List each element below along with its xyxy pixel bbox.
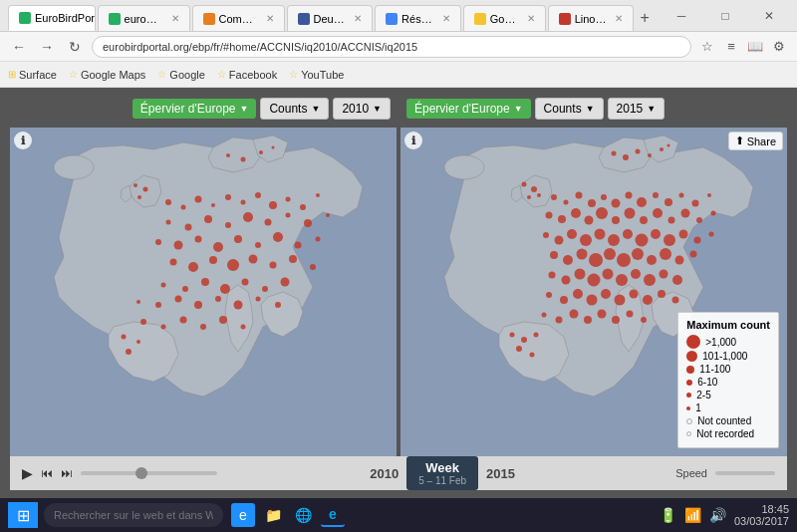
new-tab-button[interactable]: +	[636, 5, 654, 31]
legend-label-not-counted: Not counted	[697, 415, 751, 426]
svg-point-53	[281, 278, 290, 287]
svg-point-122	[651, 229, 661, 239]
bookmark-surface[interactable]: ⊞ Surface	[8, 69, 57, 81]
taskbar-wifi-icon: 📶	[684, 507, 701, 523]
play-button[interactable]: ▶	[22, 465, 33, 481]
svg-point-142	[603, 269, 614, 280]
timeline-handle[interactable]	[135, 467, 147, 479]
svg-point-92	[601, 194, 607, 200]
svg-point-49	[201, 278, 209, 286]
svg-point-93	[612, 199, 621, 208]
bookmark-icon-surface: ⊞	[8, 69, 16, 80]
reading-view-icon[interactable]: 📖	[745, 37, 765, 57]
left-species-dropdown[interactable]: Épervier d'Europe	[133, 99, 257, 119]
maximize-button[interactable]: □	[705, 3, 745, 29]
svg-point-96	[653, 192, 659, 198]
svg-point-175	[612, 151, 617, 156]
svg-point-106	[612, 216, 620, 224]
tab-close-6[interactable]: ✕	[527, 13, 535, 24]
legend-dot-11-100	[686, 366, 694, 374]
svg-point-22	[185, 224, 192, 231]
refresh-button[interactable]: ↻	[64, 36, 86, 58]
bookmark-google[interactable]: ☆ Google	[157, 69, 204, 81]
svg-point-104	[585, 216, 594, 225]
svg-point-156	[658, 290, 665, 298]
legend-item-not-recorded: Not recorded	[686, 428, 770, 439]
svg-point-170	[510, 333, 515, 338]
bookmark-youtube[interactable]: ☆ YouTube	[289, 69, 344, 81]
right-year-dropdown[interactable]: 2015	[608, 98, 665, 120]
tab-close-5[interactable]: ✕	[442, 13, 450, 24]
share-button[interactable]: ⬆ Share	[728, 132, 783, 150]
left-year-dropdown[interactable]: 2010	[333, 98, 391, 120]
bottom-controls: ▶ ⏮ ⏭ 2010 Week 5 – 11 Feb 2015 Speed	[10, 456, 787, 490]
svg-point-50	[220, 284, 230, 294]
speed-slider[interactable]	[715, 471, 775, 475]
bookmark-googlemaps[interactable]: ☆ Google Maps	[69, 69, 145, 81]
svg-point-123	[664, 234, 675, 246]
tab-close-2[interactable]: ✕	[171, 13, 179, 24]
svg-point-108	[640, 216, 648, 224]
svg-point-115	[555, 236, 564, 245]
svg-point-128	[563, 255, 573, 265]
bookmark-star-icon[interactable]: ☆	[697, 37, 717, 57]
bookmark-facebook[interactable]: ☆ Facebook	[217, 69, 277, 81]
taskbar-edge-icon[interactable]: e	[231, 503, 255, 527]
tab-favicon	[19, 12, 31, 24]
left-control-group: Épervier d'Europe Counts 2010	[133, 98, 391, 120]
right-metric-dropdown[interactable]: Counts	[535, 98, 604, 120]
bookmark-label-google: Google	[169, 69, 204, 81]
minimize-button[interactable]: ─	[662, 3, 701, 29]
back-button[interactable]: ←	[8, 36, 30, 58]
forward-button[interactable]: →	[36, 36, 58, 58]
right-info-button[interactable]: ℹ	[404, 132, 422, 149]
tab-close-3[interactable]: ✕	[266, 13, 274, 24]
svg-point-124	[679, 230, 688, 239]
taskbar-clock[interactable]: 18:45 03/03/2017	[734, 503, 789, 527]
svg-point-43	[249, 255, 258, 264]
right-species-dropdown[interactable]: Épervier d'Europe	[406, 99, 531, 119]
edge-icon: e	[239, 507, 247, 523]
tab-2[interactable]: eurobird portal - Recl ✕	[98, 5, 190, 31]
taskbar-edge-active-icon[interactable]: e	[321, 503, 345, 527]
tab-7[interactable]: Linotte mélodieuse - ✕	[548, 5, 635, 31]
svg-point-114	[543, 232, 549, 238]
tab-5[interactable]: Résultats Google Rec ✕	[375, 5, 461, 31]
svg-point-66	[219, 316, 227, 324]
tab-label-7: Linotte mélodieuse -	[575, 13, 608, 25]
svg-point-61	[275, 302, 281, 308]
svg-point-160	[570, 310, 579, 319]
legend-label-6-10: 6-10	[697, 377, 717, 388]
tab-favicon-5	[386, 13, 398, 25]
step-back-button[interactable]: ⏮	[41, 466, 53, 480]
hub-icon[interactable]: ≡	[721, 37, 741, 57]
taskbar-search-input[interactable]	[44, 503, 223, 527]
close-button[interactable]: ✕	[749, 3, 789, 29]
svg-point-15	[241, 200, 246, 205]
tab-close-7[interactable]: ✕	[615, 13, 623, 24]
tab-6[interactable]: Google Keep ✕	[463, 5, 546, 31]
right-metric-label: Counts	[544, 102, 582, 116]
windows-button[interactable]: ⊞	[8, 502, 38, 528]
svg-point-19	[300, 204, 306, 210]
tab-3[interactable]: Comment faire 1 cap ✕	[192, 5, 285, 31]
left-info-button[interactable]: ℹ	[14, 132, 32, 149]
address-bar[interactable]	[92, 36, 691, 58]
left-metric-dropdown[interactable]: Counts	[260, 98, 329, 120]
svg-point-30	[155, 239, 161, 245]
tab-active[interactable]: EuroBirdPortal ✕	[8, 5, 96, 31]
legend-dot-not-recorded	[686, 431, 691, 436]
timeline-slider[interactable]	[81, 471, 217, 475]
tab-4[interactable]: Deux Belges décider ✕	[287, 5, 374, 31]
bookmark-label-facebook: Facebook	[229, 69, 277, 81]
svg-point-158	[542, 313, 547, 318]
step-forward-button[interactable]: ⏭	[61, 466, 73, 480]
svg-point-132	[617, 253, 631, 267]
taskbar-file-explorer-icon[interactable]: 📁	[261, 503, 285, 527]
svg-point-11	[181, 205, 186, 210]
taskbar-chrome-icon[interactable]: 🌐	[291, 503, 315, 527]
legend-title: Maximum count	[686, 319, 770, 331]
svg-point-126	[709, 232, 714, 237]
settings-icon[interactable]: ⚙	[769, 37, 789, 57]
tab-close-4[interactable]: ✕	[354, 13, 362, 24]
